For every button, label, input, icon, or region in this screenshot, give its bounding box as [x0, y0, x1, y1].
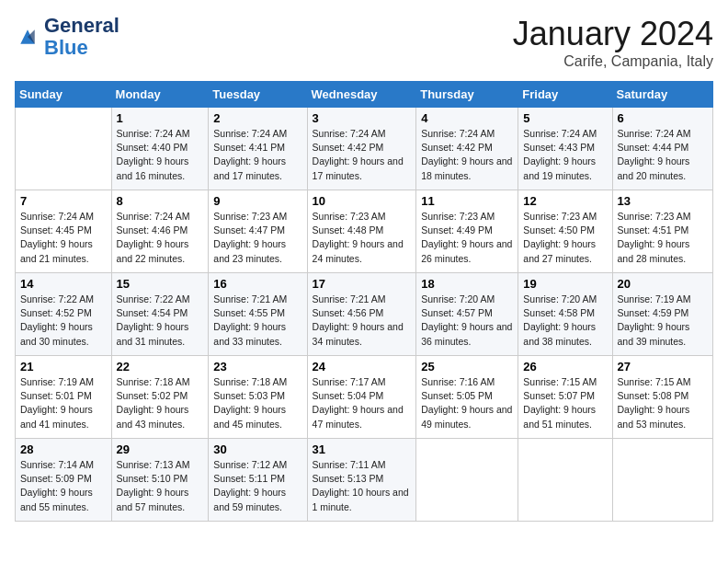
- cell-info: Sunrise: 7:23 AMSunset: 4:51 PMDaylight:…: [618, 210, 708, 266]
- day-number: 7: [20, 194, 107, 208]
- cell-info: Sunrise: 7:22 AMSunset: 4:54 PMDaylight:…: [117, 293, 204, 349]
- calendar-cell: 4Sunrise: 7:24 AMSunset: 4:42 PMDaylight…: [416, 108, 518, 190]
- cell-info: Sunrise: 7:24 AMSunset: 4:45 PMDaylight:…: [20, 210, 107, 266]
- day-number: 12: [523, 194, 607, 208]
- cell-info: Sunrise: 7:18 AMSunset: 5:03 PMDaylight:…: [213, 375, 301, 431]
- calendar-cell: 14Sunrise: 7:22 AMSunset: 4:52 PMDayligh…: [16, 273, 112, 356]
- day-number: 3: [313, 111, 412, 125]
- calendar-cell: 18Sunrise: 7:20 AMSunset: 4:57 PMDayligh…: [416, 273, 518, 356]
- calendar-cell: 11Sunrise: 7:23 AMSunset: 4:49 PMDayligh…: [416, 190, 518, 273]
- day-number: 17: [313, 277, 412, 291]
- col-header-saturday: Saturday: [612, 82, 712, 108]
- calendar-cell: 7Sunrise: 7:24 AMSunset: 4:45 PMDaylight…: [16, 190, 112, 273]
- cell-info: Sunrise: 7:23 AMSunset: 4:49 PMDaylight:…: [421, 210, 513, 266]
- logo-general: General: [44, 15, 119, 37]
- cell-info: Sunrise: 7:17 AMSunset: 5:04 PMDaylight:…: [313, 375, 412, 431]
- col-header-wednesday: Wednesday: [307, 82, 416, 108]
- calendar-cell: 27Sunrise: 7:15 AMSunset: 5:08 PMDayligh…: [612, 356, 712, 439]
- calendar-cell: 21Sunrise: 7:19 AMSunset: 5:01 PMDayligh…: [16, 356, 112, 439]
- day-number: 19: [523, 277, 607, 291]
- calendar-cell: 12Sunrise: 7:23 AMSunset: 4:50 PMDayligh…: [518, 190, 612, 273]
- calendar-cell: 16Sunrise: 7:21 AMSunset: 4:55 PMDayligh…: [209, 273, 307, 356]
- col-header-friday: Friday: [518, 82, 612, 108]
- calendar-cell: 6Sunrise: 7:24 AMSunset: 4:44 PMDaylight…: [612, 108, 712, 190]
- cell-info: Sunrise: 7:19 AMSunset: 5:01 PMDaylight:…: [20, 375, 107, 431]
- cell-info: Sunrise: 7:16 AMSunset: 5:05 PMDaylight:…: [421, 375, 513, 431]
- cell-info: Sunrise: 7:11 AMSunset: 5:13 PMDaylight:…: [313, 458, 412, 514]
- calendar-cell: 30Sunrise: 7:12 AMSunset: 5:11 PMDayligh…: [209, 439, 307, 522]
- day-number: 27: [618, 360, 708, 373]
- col-header-tuesday: Tuesday: [209, 82, 307, 108]
- day-number: 20: [618, 277, 708, 291]
- day-number: 11: [421, 194, 513, 208]
- cell-info: Sunrise: 7:24 AMSunset: 4:42 PMDaylight:…: [421, 127, 513, 183]
- calendar-row: 7Sunrise: 7:24 AMSunset: 4:45 PMDaylight…: [16, 190, 713, 273]
- day-number: 15: [117, 277, 204, 291]
- col-header-thursday: Thursday: [416, 82, 518, 108]
- calendar-cell: 8Sunrise: 7:24 AMSunset: 4:46 PMDaylight…: [111, 190, 209, 273]
- cell-info: Sunrise: 7:14 AMSunset: 5:09 PMDaylight:…: [20, 458, 107, 514]
- cell-info: Sunrise: 7:15 AMSunset: 5:08 PMDaylight:…: [618, 375, 708, 431]
- calendar-cell: 31Sunrise: 7:11 AMSunset: 5:13 PMDayligh…: [307, 439, 416, 522]
- day-number: 24: [313, 360, 412, 373]
- day-number: 6: [618, 111, 708, 125]
- calendar-row: 14Sunrise: 7:22 AMSunset: 4:52 PMDayligh…: [16, 273, 713, 356]
- cell-info: Sunrise: 7:24 AMSunset: 4:40 PMDaylight:…: [117, 127, 204, 183]
- calendar-row: 1Sunrise: 7:24 AMSunset: 4:40 PMDaylight…: [16, 108, 713, 190]
- cell-info: Sunrise: 7:24 AMSunset: 4:46 PMDaylight:…: [117, 210, 204, 266]
- calendar-table: SundayMondayTuesdayWednesdayThursdayFrid…: [15, 81, 713, 522]
- day-number: 25: [421, 360, 513, 373]
- cell-info: Sunrise: 7:19 AMSunset: 4:59 PMDaylight:…: [618, 293, 708, 349]
- cell-info: Sunrise: 7:18 AMSunset: 5:02 PMDaylight:…: [117, 375, 204, 431]
- cell-info: Sunrise: 7:21 AMSunset: 4:56 PMDaylight:…: [313, 293, 412, 349]
- day-number: 22: [117, 360, 204, 373]
- day-number: 16: [213, 277, 301, 291]
- col-header-sunday: Sunday: [16, 82, 112, 108]
- cell-info: Sunrise: 7:21 AMSunset: 4:55 PMDaylight:…: [213, 293, 301, 349]
- day-number: 4: [421, 111, 513, 125]
- calendar-cell: 29Sunrise: 7:13 AMSunset: 5:10 PMDayligh…: [111, 439, 209, 522]
- calendar-cell: 1Sunrise: 7:24 AMSunset: 4:40 PMDaylight…: [111, 108, 209, 190]
- calendar-cell: [518, 439, 612, 522]
- calendar-cell: 2Sunrise: 7:24 AMSunset: 4:41 PMDaylight…: [209, 108, 307, 190]
- cell-info: Sunrise: 7:24 AMSunset: 4:43 PMDaylight:…: [523, 127, 607, 183]
- calendar-header-row: SundayMondayTuesdayWednesdayThursdayFrid…: [16, 82, 713, 108]
- calendar-cell: 15Sunrise: 7:22 AMSunset: 4:54 PMDayligh…: [111, 273, 209, 356]
- title-block: January 2024 Carife, Campania, Italy: [513, 15, 713, 70]
- calendar-cell: 20Sunrise: 7:19 AMSunset: 4:59 PMDayligh…: [612, 273, 712, 356]
- cell-info: Sunrise: 7:20 AMSunset: 4:58 PMDaylight:…: [523, 293, 607, 349]
- calendar-cell: 5Sunrise: 7:24 AMSunset: 4:43 PMDaylight…: [518, 108, 612, 190]
- cell-info: Sunrise: 7:24 AMSunset: 4:44 PMDaylight:…: [618, 127, 708, 183]
- logo-blue: Blue: [44, 37, 119, 59]
- cell-info: Sunrise: 7:24 AMSunset: 4:41 PMDaylight:…: [213, 127, 301, 183]
- day-number: 30: [213, 442, 301, 456]
- calendar-cell: [612, 439, 712, 522]
- day-number: 21: [20, 360, 107, 373]
- day-number: 1: [117, 111, 204, 125]
- calendar-cell: 25Sunrise: 7:16 AMSunset: 5:05 PMDayligh…: [416, 356, 518, 439]
- day-number: 9: [213, 194, 301, 208]
- month-title: January 2024: [513, 15, 713, 53]
- calendar-cell: 9Sunrise: 7:23 AMSunset: 4:47 PMDaylight…: [209, 190, 307, 273]
- logo-text: General Blue: [44, 15, 119, 59]
- day-number: 5: [523, 111, 607, 125]
- calendar-row: 21Sunrise: 7:19 AMSunset: 5:01 PMDayligh…: [16, 356, 713, 439]
- day-number: 28: [20, 442, 107, 456]
- calendar-cell: [16, 108, 112, 190]
- calendar-row: 28Sunrise: 7:14 AMSunset: 5:09 PMDayligh…: [16, 439, 713, 522]
- calendar-cell: 28Sunrise: 7:14 AMSunset: 5:09 PMDayligh…: [16, 439, 112, 522]
- col-header-monday: Monday: [111, 82, 209, 108]
- day-number: 2: [213, 111, 301, 125]
- calendar-cell: 19Sunrise: 7:20 AMSunset: 4:58 PMDayligh…: [518, 273, 612, 356]
- calendar-cell: 10Sunrise: 7:23 AMSunset: 4:48 PMDayligh…: [307, 190, 416, 273]
- day-number: 13: [618, 194, 708, 208]
- day-number: 31: [313, 442, 412, 456]
- calendar-cell: 23Sunrise: 7:18 AMSunset: 5:03 PMDayligh…: [209, 356, 307, 439]
- day-number: 14: [20, 277, 107, 291]
- calendar-cell: 26Sunrise: 7:15 AMSunset: 5:07 PMDayligh…: [518, 356, 612, 439]
- calendar-cell: 22Sunrise: 7:18 AMSunset: 5:02 PMDayligh…: [111, 356, 209, 439]
- cell-info: Sunrise: 7:23 AMSunset: 4:48 PMDaylight:…: [313, 210, 412, 266]
- calendar-cell: 17Sunrise: 7:21 AMSunset: 4:56 PMDayligh…: [307, 273, 416, 356]
- day-number: 10: [313, 194, 412, 208]
- cell-info: Sunrise: 7:23 AMSunset: 4:50 PMDaylight:…: [523, 210, 607, 266]
